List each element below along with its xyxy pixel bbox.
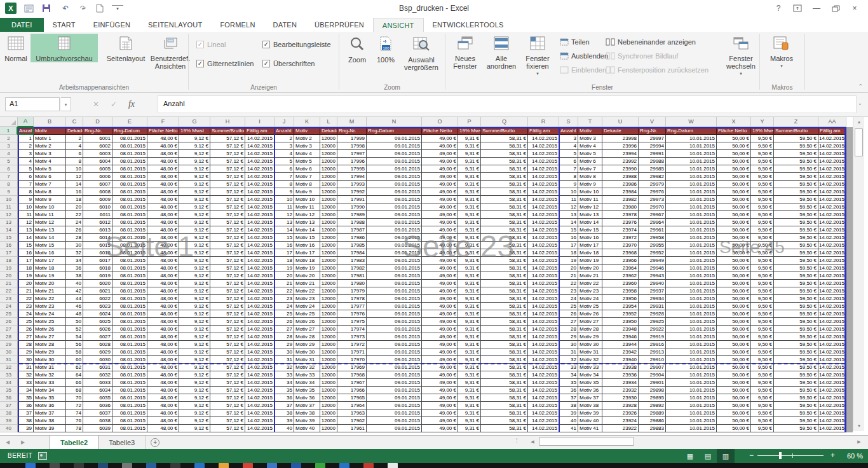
cell[interactable]: 12000 bbox=[320, 425, 337, 432]
cell[interactable]: 14.02.2015 bbox=[528, 188, 559, 196]
cell[interactable]: 9,31 € bbox=[458, 402, 481, 410]
cell[interactable]: 14.02.2015 bbox=[818, 341, 846, 348]
cell[interactable]: Motiv 34 bbox=[578, 371, 602, 379]
cell[interactable]: 50 bbox=[66, 318, 83, 326]
cell[interactable]: 30 bbox=[66, 242, 83, 249]
row-header-34[interactable]: 34 bbox=[0, 379, 18, 387]
row-header-13[interactable]: 13 bbox=[0, 219, 18, 226]
cell[interactable]: 48,00 € bbox=[147, 257, 179, 265]
cell[interactable]: 09.01.2015 bbox=[367, 219, 422, 226]
cell[interactable]: 10.01.2015 bbox=[666, 150, 717, 158]
cell[interactable]: 49,00 € bbox=[422, 410, 458, 417]
name-box[interactable]: A1 bbox=[5, 97, 60, 111]
cell[interactable]: 14.02.2015 bbox=[528, 165, 559, 173]
cell[interactable]: 10.01.2015 bbox=[666, 188, 717, 196]
cell[interactable]: 08.01.2015 bbox=[112, 348, 147, 356]
column-header-L[interactable]: L bbox=[320, 117, 337, 127]
cell[interactable]: 36 bbox=[66, 265, 83, 272]
cell[interactable]: 14.02.2015 bbox=[818, 356, 846, 364]
cell[interactable]: 12000 bbox=[320, 417, 337, 425]
cell[interactable]: 30 bbox=[18, 356, 34, 364]
cell[interactable]: 50,00 € bbox=[717, 265, 751, 272]
hide-button[interactable]: Ausblenden bbox=[560, 52, 608, 60]
cell[interactable]: 23996 bbox=[602, 142, 639, 150]
cell[interactable]: 48,00 € bbox=[147, 295, 179, 303]
sheet-tab-tabelle3[interactable]: Tabelle3 bbox=[98, 436, 146, 449]
cell[interactable]: 14.02.2015 bbox=[245, 333, 275, 341]
cell[interactable]: 3 bbox=[559, 135, 578, 142]
cell[interactable]: 9,12 € bbox=[179, 280, 210, 287]
cell[interactable]: 30 bbox=[275, 348, 294, 356]
cell[interactable]: 08.01.2015 bbox=[112, 410, 147, 417]
cell[interactable]: Motiv 32 bbox=[294, 364, 320, 371]
cell[interactable]: 60 bbox=[66, 356, 83, 364]
column-header-X[interactable]: X bbox=[717, 117, 751, 127]
cell[interactable]: 23966 bbox=[602, 257, 639, 265]
cell[interactable]: 74 bbox=[66, 410, 83, 417]
cell[interactable]: 9,12 € bbox=[179, 181, 210, 188]
cell[interactable]: 6009 bbox=[83, 196, 112, 203]
cell[interactable]: 29973 bbox=[639, 196, 666, 203]
column-header-Z[interactable]: Z bbox=[774, 117, 818, 127]
cell[interactable]: 14.02.2015 bbox=[818, 188, 846, 196]
cell[interactable]: 12000 bbox=[320, 326, 337, 333]
cell[interactable]: Motiv bbox=[34, 127, 66, 135]
cell[interactable]: 14.02.2015 bbox=[245, 203, 275, 211]
cell[interactable]: 13 bbox=[18, 226, 34, 234]
cell[interactable]: 19% Mwst bbox=[458, 127, 481, 135]
cell[interactable]: 5 bbox=[559, 150, 578, 158]
cell[interactable]: 17992 bbox=[337, 188, 367, 196]
cell[interactable]: 14.02.2015 bbox=[245, 348, 275, 356]
cell[interactable]: 50,00 € bbox=[717, 257, 751, 265]
cell[interactable]: 10.01.2015 bbox=[666, 257, 717, 265]
row-header-10[interactable]: 10 bbox=[0, 196, 18, 203]
cell[interactable]: 10.01.2015 bbox=[666, 142, 717, 150]
cell[interactable]: 9,12 € bbox=[179, 249, 210, 257]
cell[interactable]: 6010 bbox=[83, 203, 112, 211]
cell[interactable]: 29988 bbox=[639, 158, 666, 165]
cell[interactable]: 23972 bbox=[602, 234, 639, 242]
cell[interactable]: 50,00 € bbox=[717, 181, 751, 188]
cell[interactable]: 50,00 € bbox=[717, 371, 751, 379]
split-button[interactable]: Teilen bbox=[560, 38, 590, 46]
cell[interactable]: 31 bbox=[18, 364, 34, 371]
cell[interactable]: Motiv 1 bbox=[34, 135, 66, 142]
cell[interactable]: 6030 bbox=[83, 356, 112, 364]
cell[interactable]: 09.01.2015 bbox=[367, 280, 422, 287]
cell[interactable]: 58,31 € bbox=[481, 173, 528, 181]
cell[interactable]: 12000 bbox=[320, 410, 337, 417]
cell[interactable]: 72 bbox=[66, 402, 83, 410]
cell[interactable]: 29913 bbox=[639, 348, 666, 356]
cell[interactable]: 9,12 € bbox=[179, 410, 210, 417]
cell[interactable]: 9,31 € bbox=[458, 364, 481, 371]
cell[interactable]: 14.02.2015 bbox=[245, 280, 275, 287]
cell[interactable]: 57,12 € bbox=[210, 158, 245, 165]
cell[interactable]: Motiv 26 bbox=[294, 318, 320, 326]
cell[interactable]: 09.01.2015 bbox=[367, 318, 422, 326]
cell[interactable]: 57,12 € bbox=[210, 318, 245, 326]
cell[interactable]: 17979 bbox=[337, 287, 367, 295]
cell[interactable]: 14.02.2015 bbox=[818, 379, 846, 387]
row-header-18[interactable]: 18 bbox=[0, 257, 18, 265]
cell[interactable]: 23968 bbox=[602, 249, 639, 257]
cell[interactable]: 14.02.2015 bbox=[528, 196, 559, 203]
cell[interactable]: 32 bbox=[18, 371, 34, 379]
cell[interactable]: Motiv 25 bbox=[34, 318, 66, 326]
cell[interactable]: 09.01.2015 bbox=[367, 379, 422, 387]
cell[interactable]: 9,50 € bbox=[751, 371, 774, 379]
cell[interactable]: 6 bbox=[66, 150, 83, 158]
cell[interactable]: 10.01.2015 bbox=[666, 303, 717, 310]
cell[interactable]: 14.02.2015 bbox=[818, 402, 846, 410]
cell[interactable]: 9,50 € bbox=[751, 394, 774, 402]
cell[interactable]: 58,31 € bbox=[481, 249, 528, 257]
cell[interactable]: 9,31 € bbox=[458, 150, 481, 158]
cell[interactable]: Motiv 2 bbox=[294, 135, 320, 142]
cell[interactable]: 29925 bbox=[639, 318, 666, 326]
cell[interactable]: 10.01.2015 bbox=[666, 425, 717, 432]
cell[interactable]: 9,31 € bbox=[458, 203, 481, 211]
cell[interactable]: Motiv 37 bbox=[34, 410, 66, 417]
cell[interactable]: 6035 bbox=[83, 394, 112, 402]
cell[interactable]: 57,12 € bbox=[210, 181, 245, 188]
cell[interactable]: 6022 bbox=[83, 295, 112, 303]
row-header-31[interactable]: 31 bbox=[0, 356, 18, 364]
